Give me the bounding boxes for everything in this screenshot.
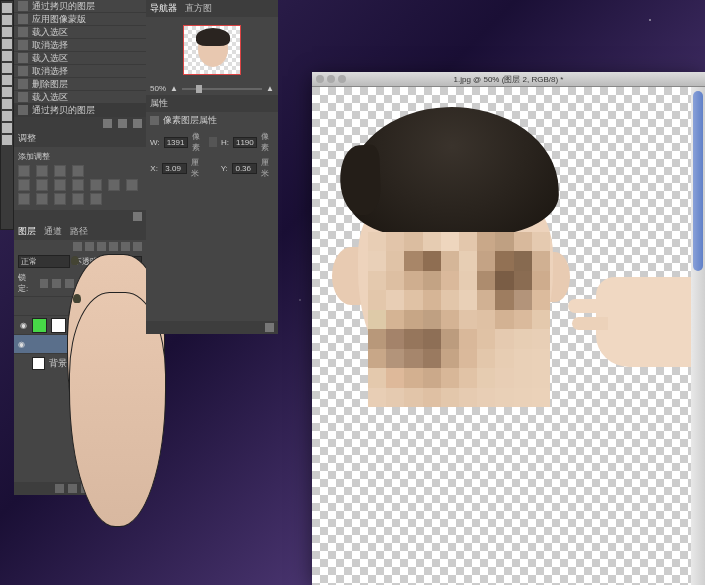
lock-label: 锁定: <box>18 272 36 294</box>
adj-vibrance[interactable] <box>18 179 30 191</box>
y-value[interactable]: 0.36 <box>232 163 256 174</box>
fx-icon[interactable] <box>68 484 77 493</box>
pixel <box>441 251 459 270</box>
adj-map[interactable] <box>72 193 84 205</box>
pixel <box>495 368 513 387</box>
adj-invert[interactable] <box>18 193 30 205</box>
lock-pixel-icon[interactable] <box>52 279 61 288</box>
prop-opt-icon[interactable] <box>265 323 274 332</box>
layer-mask-thumbnail[interactable] <box>51 318 66 333</box>
tab-histogram[interactable]: 直方图 <box>185 2 212 15</box>
filter-type-icon[interactable] <box>109 242 118 251</box>
lock-trans-icon[interactable] <box>40 279 49 288</box>
x-unit: 厘米 <box>191 157 204 179</box>
tool-gradient[interactable] <box>2 123 12 133</box>
link-layers-icon[interactable] <box>55 484 64 493</box>
navigator-preview[interactable] <box>146 17 278 82</box>
adj-poster[interactable] <box>36 193 48 205</box>
close-icon[interactable] <box>316 75 324 83</box>
tool-marquee[interactable] <box>2 15 12 25</box>
tab-channels[interactable]: 通道 <box>44 225 62 238</box>
snapshot-icon[interactable] <box>103 119 112 128</box>
tool-shape[interactable] <box>2 75 12 85</box>
adj-thresh[interactable] <box>54 193 66 205</box>
tool-heal[interactable] <box>2 99 12 109</box>
canvas[interactable] <box>312 87 691 585</box>
adj-hue[interactable] <box>36 179 48 191</box>
adj-opt-icon[interactable] <box>133 212 142 221</box>
tab-navigator[interactable]: 导航器 <box>150 2 177 15</box>
adj-brightness[interactable] <box>18 165 30 177</box>
history-item[interactable]: 载入选区 <box>14 26 146 39</box>
adjustments-title: 调整 <box>14 130 146 147</box>
layer-row[interactable]: ◉图层 2 <box>14 334 146 353</box>
history-item[interactable]: 取消选择 <box>14 39 146 52</box>
vertical-scrollbar[interactable] <box>691 87 705 585</box>
visibility-icon[interactable] <box>18 358 28 368</box>
w-value[interactable]: 1391 <box>164 137 188 148</box>
adj-photo[interactable] <box>90 179 102 191</box>
history-step-icon <box>18 66 28 76</box>
zoom-in-icon[interactable]: ▲ <box>266 84 274 93</box>
document-titlebar[interactable]: 1.jpg @ 50% (图层 2, RGB/8) * <box>312 72 705 87</box>
adj-exposure[interactable] <box>72 165 84 177</box>
adj-balance[interactable] <box>54 179 66 191</box>
lock-pos-icon[interactable] <box>65 279 74 288</box>
visibility-icon[interactable] <box>18 301 23 311</box>
h-value[interactable]: 1190 <box>233 137 257 148</box>
history-item[interactable]: 通过拷贝的图层 <box>14 0 146 13</box>
image-content <box>318 107 588 437</box>
zoom-value[interactable]: 50% <box>150 84 166 93</box>
tool-move[interactable] <box>2 3 12 13</box>
tool-crop[interactable] <box>2 63 12 73</box>
history-item[interactable]: 取消选择 <box>14 65 146 78</box>
adj-levels[interactable] <box>36 165 48 177</box>
zoom-knob[interactable] <box>196 85 202 93</box>
zoom-out-icon[interactable]: ▲ <box>170 84 178 93</box>
tab-paths[interactable]: 路径 <box>70 225 88 238</box>
visibility-icon[interactable]: ◉ <box>18 320 28 330</box>
tool-eyedrop[interactable] <box>2 87 12 97</box>
layer-thumbnail[interactable] <box>32 357 45 370</box>
history-item[interactable]: 应用图像蒙版 <box>14 13 146 26</box>
link-wh-icon[interactable] <box>209 137 217 147</box>
tab-layers[interactable]: 图层 <box>18 225 36 238</box>
tool-brush[interactable] <box>2 39 12 49</box>
adj-mixer[interactable] <box>108 179 120 191</box>
filter-shape-icon[interactable] <box>121 242 130 251</box>
tool-zoom[interactable] <box>2 135 12 145</box>
scrollbar-thumb[interactable] <box>693 91 703 271</box>
minimize-icon[interactable] <box>327 75 335 83</box>
adj-lookup[interactable] <box>126 179 138 191</box>
pixel <box>459 368 477 387</box>
visibility-icon[interactable]: ◉ <box>18 339 25 349</box>
tool-lasso[interactable] <box>2 27 12 37</box>
pixel <box>514 329 532 348</box>
navigator-proxy <box>183 25 241 75</box>
zoom-slider[interactable] <box>182 88 262 90</box>
pixel <box>423 271 441 290</box>
filter-adj-icon[interactable] <box>97 242 106 251</box>
history-item[interactable]: 通过拷贝的图层 <box>14 104 146 117</box>
tool-clone[interactable] <box>2 111 12 121</box>
blend-mode-select[interactable]: 正常 <box>18 255 70 268</box>
adj-bw[interactable] <box>72 179 84 191</box>
history-item[interactable]: 删除图层 <box>14 78 146 91</box>
trash-icon[interactable] <box>133 119 142 128</box>
pixel <box>514 232 532 251</box>
filter-pixel-icon[interactable] <box>85 242 94 251</box>
filter-kind-icon[interactable] <box>73 242 82 251</box>
zoom-icon[interactable] <box>338 75 346 83</box>
adj-curves[interactable] <box>54 165 66 177</box>
layer-thumbnail[interactable] <box>32 318 47 333</box>
history-step-icon <box>18 53 28 63</box>
history-item[interactable]: 载入选区 <box>14 52 146 65</box>
history-step-label: 通过拷贝的图层 <box>32 104 95 117</box>
pixel <box>404 251 422 270</box>
filter-smart-icon[interactable] <box>133 242 142 251</box>
history-item[interactable]: 载入选区 <box>14 91 146 104</box>
tool-type[interactable] <box>2 51 12 61</box>
adj-select[interactable] <box>90 193 102 205</box>
new-state-icon[interactable] <box>118 119 127 128</box>
x-value[interactable]: 3.09 <box>162 163 186 174</box>
